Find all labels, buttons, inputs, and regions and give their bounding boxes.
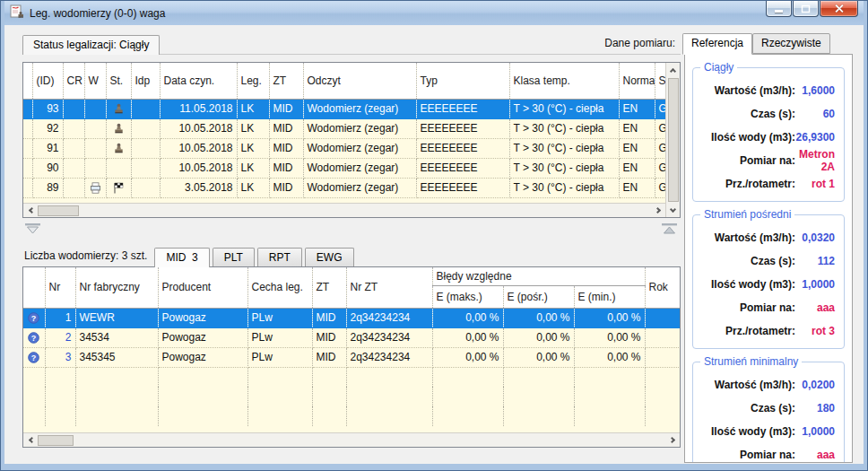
column-header-cecha-leg[interactable]: Cecha leg.: [247, 267, 312, 308]
maximize-button[interactable]: [793, 1, 819, 17]
column-header-idp[interactable]: Idp: [131, 63, 160, 99]
meter-reading-row[interactable]: 89 3.05.2018 LK MID: [23, 178, 665, 197]
column-header-nr-fabryczny[interactable]: Nr fabryczny: [75, 267, 158, 308]
measurement-tabs: Referencja Rzeczywiste: [682, 33, 853, 54]
column-header-e-min[interactable]: E (min.): [574, 285, 645, 308]
field-label: Pomiar na:: [700, 154, 795, 167]
title-bar[interactable]: Leg. wodomierzy (0-0) waga: [4, 1, 864, 25]
column-header-data-czyn[interactable]: Data czyn.: [160, 63, 237, 99]
scroll-left-button[interactable]: [23, 204, 38, 218]
tab-referencja[interactable]: Referencja: [682, 33, 752, 55]
dane-pomiaru-label: Dane pomiaru:: [604, 37, 675, 54]
scroll-up-button[interactable]: [666, 63, 681, 77]
stamp-icon: [110, 143, 127, 154]
field-label: Czas (s):: [700, 402, 795, 414]
referencja-panel: Ciągły Wartość (m3/h):1,6000 Czas (s):60…: [684, 54, 853, 463]
vertical-scroll-thumb[interactable]: [668, 78, 679, 202]
maximize-icon: [801, 4, 811, 13]
tab-plt[interactable]: PLT: [213, 248, 255, 266]
field-label: Pomiar na:: [700, 449, 795, 461]
scroll-right-button[interactable]: [651, 204, 665, 218]
field-value: aaa: [795, 301, 837, 314]
field-label: Czas (s):: [700, 108, 795, 120]
upper-grid-vertical-scrollbar[interactable]: [665, 63, 680, 217]
column-group-bledy-wzgledne: Błędy względne: [432, 267, 645, 285]
app-window: Leg. wodomierzy (0-0) waga Status legali…: [0, 0, 868, 471]
tab-ewg[interactable]: EWG: [305, 248, 354, 266]
column-header-rok[interactable]: Rok: [645, 267, 680, 308]
group-title: Ciągły: [700, 61, 737, 74]
column-header-w[interactable]: W: [84, 63, 106, 99]
column-header-leg[interactable]: Leg.: [237, 63, 269, 99]
field-value: Metron 2A: [795, 148, 837, 173]
field-value: 112: [795, 255, 837, 267]
collapse-to-top-button[interactable]: [661, 222, 679, 239]
field-value: 26,9300: [795, 131, 837, 144]
minimize-button[interactable]: [766, 1, 792, 17]
svg-text:?: ?: [31, 313, 37, 322]
meter-row[interactable]: ? 2 34534 Powogaz PLw MID 2q34234234 0,0…: [23, 327, 680, 347]
column-header-producent[interactable]: Producent: [158, 267, 247, 308]
column-header-zt[interactable]: ZT: [269, 63, 303, 99]
column-header-nr-zt[interactable]: Nr ZT: [346, 267, 432, 308]
client-area: Status legalizacji: Ciągły Dane pomiaru:…: [4, 25, 864, 464]
tab-mid[interactable]: MID 3: [154, 248, 209, 267]
scroll-right-button[interactable]: [665, 433, 680, 448]
meters-count-label: Liczba wodomierzy: 3 szt.: [22, 249, 154, 266]
meter-reading-row[interactable]: 91 10.05.2018 LK MID Wodomierz (zegar): [23, 138, 665, 158]
field-label: Prz./rotametr:: [700, 325, 795, 337]
content-area: (ID) CR W St. Idp Data czyn. Leg. ZT Odc…: [22, 54, 853, 463]
window-title: Leg. wodomierzy (0-0) waga: [30, 7, 165, 20]
meter-reading-row[interactable]: 90 10.05.2018 LK MID Wodomierz (zegar) E…: [23, 158, 665, 178]
group-strumien-posredni: Strumień pośredni Wartość (m3/h):0,0320 …: [692, 214, 845, 349]
column-header-norma[interactable]: Norma: [619, 63, 655, 99]
column-header-nr[interactable]: Nr: [45, 267, 75, 308]
column-header-e-maks[interactable]: E (maks.): [432, 285, 503, 308]
column-header-sp[interactable]: Sp: [655, 63, 665, 99]
top-tabs-row: Status legalizacji: Ciągły Dane pomiaru:…: [22, 32, 853, 54]
column-header-id[interactable]: (ID): [32, 63, 63, 99]
group-strumien-minimalny: Strumień minimalny Wartość (m3/h):0,0200…: [692, 362, 845, 463]
close-button[interactable]: [820, 1, 858, 17]
field-label: Ilość wody (m3):: [700, 425, 795, 438]
field-label: Wartość (m3/h):: [700, 84, 795, 97]
column-header-st[interactable]: St.: [106, 63, 131, 99]
column-header-odczyt[interactable]: Odczyt: [303, 63, 416, 99]
field-value: 1,0000: [795, 278, 837, 291]
indicator-column-header: [23, 63, 32, 99]
meter-reading-row[interactable]: 93 11.05.2018 LK MID Wodomierz (zegar): [23, 99, 665, 118]
horizontal-scroll-thumb[interactable]: [38, 205, 79, 216]
stamp-icon: [110, 103, 127, 115]
close-icon: [834, 4, 844, 13]
grid-splitter-row: [22, 218, 681, 243]
question-icon: ?: [27, 332, 41, 344]
lower-grid-horizontal-scrollbar[interactable]: [23, 432, 680, 447]
column-header-zt[interactable]: ZT: [312, 267, 346, 308]
horizontal-scroll-thumb[interactable]: [38, 435, 74, 446]
meter-row[interactable]: ? 3 345345 Powogaz PLw MID 2q34234234 0,…: [23, 347, 680, 367]
field-label: Wartość (m3/h):: [700, 231, 795, 244]
column-header-e-posr[interactable]: E (pośr.): [503, 285, 574, 308]
upper-grid-horizontal-scrollbar[interactable]: [23, 203, 665, 217]
tab-rzeczywiste[interactable]: Rzeczywiste: [752, 33, 830, 54]
show-preview-button[interactable]: [24, 222, 42, 239]
chevron-down-icon: [670, 205, 676, 212]
tab-status-legalizacji[interactable]: Status legalizacji: Ciągły: [22, 35, 160, 55]
column-header-cr[interactable]: CR: [63, 63, 84, 99]
group-title: Strumień pośredni: [700, 208, 794, 221]
field-label: Czas (s):: [700, 255, 795, 267]
svg-text:?: ?: [31, 333, 37, 342]
scroll-left-button[interactable]: [23, 433, 38, 448]
field-value: 180: [795, 402, 837, 414]
meter-row[interactable]: ? 1 WEWR Powogaz PLw MID 2q34234234 0,00…: [23, 308, 680, 327]
column-header-klasa-temp[interactable]: Klasa temp.: [509, 63, 619, 99]
field-value: 1,0000: [795, 425, 837, 438]
field-value: 1,6000: [795, 84, 837, 97]
field-value: aaa: [795, 449, 837, 461]
checkered-flag-icon: [110, 182, 127, 194]
scroll-down-button[interactable]: [666, 203, 681, 217]
tab-rpt[interactable]: RPT: [257, 248, 302, 266]
question-icon: ?: [27, 352, 41, 363]
meter-reading-row[interactable]: 92 10.05.2018 LK MID Wodomierz (zegar): [23, 118, 665, 138]
column-header-typ[interactable]: Typ: [416, 63, 509, 99]
